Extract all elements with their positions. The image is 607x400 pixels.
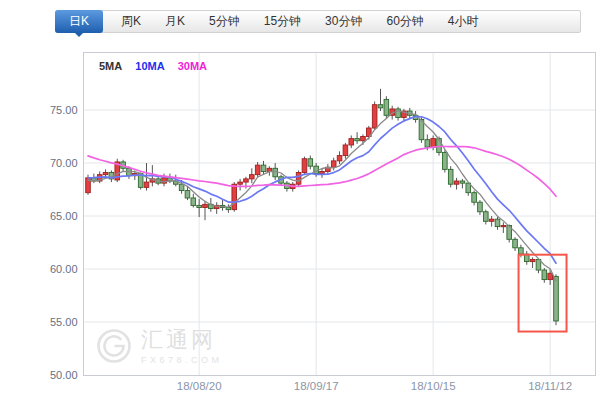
svg-text:18/10/15: 18/10/15: [411, 380, 456, 392]
kline-chart-widget: 日K 周K 月K 5分钟 15分钟 30分钟 60分钟 4小时 汇通网 FX67…: [0, 0, 607, 400]
svg-text:75.00: 75.00: [50, 104, 78, 116]
svg-text:18/11/12: 18/11/12: [528, 380, 572, 392]
svg-text:55.00: 55.00: [50, 316, 78, 328]
svg-text:18/08/20: 18/08/20: [177, 380, 222, 392]
legend-ma10-label: 10MA: [135, 60, 164, 72]
svg-text:70.00: 70.00: [50, 157, 78, 169]
axis-labels: 75.0070.0065.0060.0055.0050.0018/08/2018…: [50, 104, 572, 392]
svg-text:18/09/17: 18/09/17: [294, 380, 339, 392]
ma-lines: [88, 111, 556, 281]
svg-text:50.00: 50.00: [50, 369, 78, 381]
svg-text:60.00: 60.00: [50, 263, 78, 275]
ma-legend: 5MA 10MA 30MA: [99, 60, 217, 72]
highlight-box: [519, 255, 567, 332]
legend-ma5-label: 5MA: [99, 60, 122, 72]
candles: [86, 89, 559, 325]
candlestick-chart[interactable]: 75.0070.0065.0060.0055.0050.0018/08/2018…: [0, 0, 607, 400]
legend-ma30-label: 30MA: [178, 60, 207, 72]
svg-text:65.00: 65.00: [50, 210, 78, 222]
